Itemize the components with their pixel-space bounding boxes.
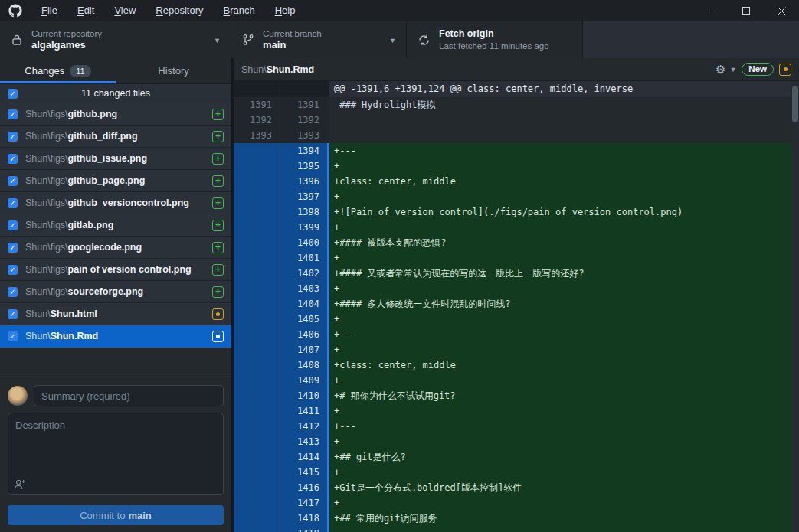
old-line-number: [234, 81, 280, 97]
new-line-number: 1402: [280, 266, 327, 281]
diff-line-row[interactable]: 1408+class: center, middle: [234, 357, 799, 373]
file-row[interactable]: ✓Shun\figs\sourceforge.png+: [0, 281, 231, 303]
fetch-origin-button[interactable]: Fetch origin Last fetched 11 minutes ago: [407, 21, 583, 58]
select-all-checkbox[interactable]: ✓: [8, 89, 18, 99]
diff-line-row[interactable]: 1415+: [234, 465, 799, 480]
file-checkbox[interactable]: ✓: [8, 265, 18, 275]
maximize-button[interactable]: [729, 0, 764, 21]
current-repository-button[interactable]: Current repository algalgames ▼: [0, 21, 231, 58]
diff-line-row[interactable]: 13911391 ### Hydrolight模拟: [234, 97, 799, 113]
file-row[interactable]: ✓Shun\Shun.Rmd: [0, 325, 231, 348]
file-checkbox[interactable]: ✓: [8, 176, 18, 186]
tab-changes[interactable]: Changes 11: [0, 58, 116, 83]
file-checkbox[interactable]: ✓: [8, 287, 18, 297]
diff-line-row[interactable]: 1402+#### 又或者常常认为现在的写的这一版比上一版写的还好?: [234, 266, 799, 281]
diff-hunk-row[interactable]: @@ -1391,6 +1391,124 @@ class: center, m…: [234, 81, 799, 97]
new-line-number: 1404: [280, 296, 327, 312]
file-row[interactable]: ✓Shun\figs\github_versioncontrol.png+: [0, 192, 231, 214]
diff-line-text: +---: [329, 327, 799, 342]
menu-repository[interactable]: Repository: [146, 0, 213, 21]
file-row[interactable]: ✓Shun\figs\gitlab.png+: [0, 214, 231, 237]
old-line-number: [234, 143, 280, 158]
file-checkbox[interactable]: ✓: [8, 198, 18, 208]
diff-line-text: +: [329, 312, 799, 327]
close-button[interactable]: [764, 0, 799, 21]
add-coauthor-icon[interactable]: [14, 478, 26, 491]
diff-line-row[interactable]: 1413+: [234, 434, 799, 449]
diff-scrollbar[interactable]: [791, 81, 799, 532]
menu-edit[interactable]: Edit: [67, 0, 104, 21]
file-checkbox[interactable]: ✓: [8, 220, 18, 230]
diff-line-row[interactable]: 1405+: [234, 312, 799, 327]
old-line-number: [234, 480, 280, 495]
current-branch-button[interactable]: Current branch main ▼: [231, 21, 407, 58]
diff-line-row[interactable]: 1394+---: [234, 143, 799, 158]
diff-line-row[interactable]: 1409+: [234, 373, 799, 388]
diff-line-text: +: [329, 250, 799, 266]
menu-view[interactable]: View: [104, 0, 146, 21]
old-line-number: 1393: [234, 128, 280, 143]
diff-line-row[interactable]: 1399+: [234, 220, 799, 235]
diff-line-text: +---: [329, 143, 799, 158]
diff-line-text: +# 那你为什么不试试用git?: [329, 388, 799, 403]
diff-line-text: +![Pain_of_version_control](./figs/pain …: [329, 204, 799, 220]
title-bar: FileEditViewRepositoryBranchHelp: [0, 0, 799, 21]
menu-accelerator: E: [77, 5, 84, 16]
file-checkbox[interactable]: ✓: [8, 331, 18, 341]
file-checkbox[interactable]: ✓: [8, 309, 18, 319]
diff-line-row[interactable]: 1396+class: center, middle: [234, 174, 799, 189]
diff-line-row[interactable]: 1414+## git是什么?: [234, 449, 799, 465]
file-path: Shun\figs\github_versioncontrol.png: [25, 197, 212, 208]
menu-branch[interactable]: Branch: [213, 0, 264, 21]
diff-scrollbar-thumb[interactable]: [792, 86, 798, 122]
old-line-number: [234, 419, 280, 434]
diff-line-row[interactable]: 1416+Git是一个分布式.boldred[版本控制]软件: [234, 480, 799, 495]
changed-files-count: 11 changed files: [0, 88, 231, 99]
diff-body: @@ -1391,6 +1391,124 @@ class: center, m…: [234, 81, 799, 532]
old-line-number: [234, 388, 280, 403]
file-row[interactable]: ✓Shun\Shun.html: [0, 303, 231, 325]
current-branch-value: main: [263, 39, 322, 51]
file-checkbox[interactable]: ✓: [8, 243, 18, 253]
old-line-number: [234, 434, 280, 449]
file-row[interactable]: ✓Shun\figs\github_issue.png+: [0, 148, 231, 170]
modified-status-icon: [779, 64, 791, 76]
diff-line-row[interactable]: 1417+: [234, 495, 799, 511]
diff-line-row[interactable]: 13931393: [234, 128, 799, 143]
diff-line-row[interactable]: 1397+: [234, 189, 799, 204]
diff-line-row[interactable]: 1412+---: [234, 419, 799, 434]
file-row[interactable]: ✓Shun\figs\github_diff.png+: [0, 126, 231, 148]
file-row[interactable]: ✓Shun\figs\pain of version control.png+: [0, 259, 231, 281]
diff-line-row[interactable]: 1410+# 那你为什么不试试用git?: [234, 388, 799, 403]
diff-line-row[interactable]: 1418+## 常用的git访问服务: [234, 511, 799, 526]
commit-button[interactable]: Commit to main: [8, 505, 224, 525]
diff-line-row[interactable]: 1406+---: [234, 327, 799, 342]
diff-line-row[interactable]: 1400+#### 被版本支配的恐惧?: [234, 235, 799, 250]
diff-line-row[interactable]: 1404+#### 多人修改统一文件时混乱的时间线?: [234, 296, 799, 312]
file-checkbox[interactable]: ✓: [8, 132, 18, 142]
commit-summary-input[interactable]: [34, 385, 224, 406]
diff-line-row[interactable]: 1398+![Pain_of_version_control](./figs/p…: [234, 204, 799, 220]
minimize-button[interactable]: [693, 0, 729, 21]
diff-line-row[interactable]: 1407+: [234, 342, 799, 357]
diff-line-row[interactable]: 13921392: [234, 113, 799, 128]
diff-file-header: Shun\Shun.Rmd ⚙ ▼ New: [234, 58, 799, 81]
file-row[interactable]: ✓Shun\figs\github_page.png+: [0, 170, 231, 192]
old-line-number: [234, 189, 280, 204]
file-checkbox[interactable]: ✓: [8, 109, 18, 119]
diff-line-row[interactable]: 1419: [234, 526, 799, 532]
menu-file[interactable]: File: [31, 0, 67, 21]
diff-line-row[interactable]: 1395+: [234, 158, 799, 174]
new-line-number: 1406: [280, 327, 327, 342]
file-row[interactable]: ✓Shun\figs\github.png+: [0, 103, 231, 126]
commit-description-input[interactable]: [8, 413, 224, 495]
diff-options-button[interactable]: ⚙ ▼: [715, 64, 736, 75]
file-row[interactable]: ✓Shun\figs\googlecode.png+: [0, 237, 231, 259]
file-checkbox[interactable]: ✓: [8, 154, 18, 164]
old-line-number: [234, 235, 280, 250]
diff-line-row[interactable]: 1411+: [234, 403, 799, 419]
menu-help[interactable]: Help: [265, 0, 306, 21]
tab-history[interactable]: History: [116, 58, 231, 83]
diff-line-row[interactable]: 1401+: [234, 250, 799, 266]
diff-line-row[interactable]: 1403+: [234, 281, 799, 296]
